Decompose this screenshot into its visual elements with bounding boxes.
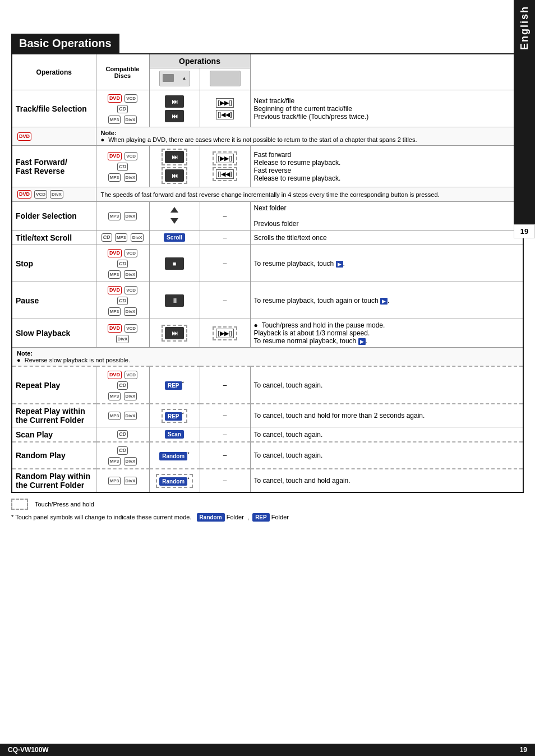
button-cell-scan-rc: –: [200, 427, 250, 442]
button-cell-random-folder-tp: Random*: [149, 469, 200, 492]
op-name-repeat: Repeat Play: [12, 366, 96, 404]
random-folder-badge: Random: [197, 513, 225, 522]
desc-cell-track: Next track/file Beginning of the current…: [250, 90, 523, 127]
button-cell-folder-tp: [149, 202, 200, 231]
note-text-ff: The speeds of fast forward and fast reve…: [96, 187, 523, 202]
folder-badge2: Folder: [271, 514, 289, 520]
disc-cell-scan: CD: [96, 427, 149, 442]
disc-cell-repeat-folder: MP3 DivX: [96, 404, 149, 427]
button-cell-pause-rc: –: [200, 282, 250, 319]
table-row: Repeat Play within the Current Folder MP…: [12, 404, 523, 427]
desc-cell-stop: To resume playback, touch ▶.: [250, 245, 523, 282]
footer-model: CQ-VW100W: [8, 746, 49, 754]
button-cell-track-tp: ⏭ ⏮: [149, 90, 200, 127]
desc-cell-folder: Next folder Previous folder: [250, 202, 523, 231]
button-cell-scroll-rc: –: [200, 231, 250, 245]
table-row: Random Play within the Current Folder MP…: [12, 469, 523, 492]
desc-cell-pause: To resume playback, touch again or touch…: [250, 282, 523, 319]
table-row: Title/text Scroll CD MP3 DivX Scroll – S…: [12, 231, 523, 245]
bottom-note: * Touch panel symbols will change to ind…: [11, 513, 524, 522]
page-number-box: 19: [514, 224, 535, 238]
button-cell-scroll-tp: Scroll: [149, 231, 200, 245]
button-cell-pause-tp: ⏸: [149, 282, 200, 319]
main-table: Operations CompatibleDiscs Operations ▲: [11, 53, 524, 493]
desc-col-header: [250, 54, 523, 90]
sidebar-english: English: [514, 0, 535, 224]
button-cell-ff-rc: [▶▶|] [|◀◀]: [200, 146, 250, 187]
table-row: Scan Play CD Scan – To cancel, touch aga…: [12, 427, 523, 442]
table-row: Repeat Play DVD VCD CD MP3 DivX REP* – T…: [12, 366, 523, 404]
page-wrapper: English 19 Basic Operations Operations C…: [0, 0, 535, 756]
table-row: Stop DVD VCD CD MP3 DivX ■ – To resume p…: [12, 245, 523, 282]
legend-text: Touch/Press and hold: [35, 501, 94, 508]
disc-cell-pause: DVD VCD CD MP3 DivX: [96, 282, 149, 319]
disc-cell-repeat: DVD VCD CD MP3 DivX: [96, 366, 149, 404]
disc-cell-random: CD MP3 DivX: [96, 442, 149, 469]
disc-cell-random-folder: MP3 DivX: [96, 469, 149, 492]
disc-cell-ff: DVD VCD CD MP3 DivX: [96, 146, 149, 187]
note-text-slow: Note: ● Reverse slow playback is not pos…: [12, 348, 523, 367]
button-cell-stop-tp: ■: [149, 245, 200, 282]
operations-header: Operations: [149, 54, 250, 68]
footer-page-num: 19: [520, 746, 527, 754]
table-row: Slow Playback DVD VCD DivX ⏭ [▶▶|] ● Tou…: [12, 319, 523, 348]
button-cell-random-rc: –: [200, 442, 250, 469]
op-name-scroll: Title/text Scroll: [12, 231, 96, 245]
desc-cell-scroll: Scrolls the title/text once: [250, 231, 523, 245]
touch-panel-subheader: ▲: [149, 68, 200, 90]
op-name-random: Random Play: [12, 442, 96, 469]
bottom-note-text: * Touch panel symbols will change to ind…: [11, 514, 191, 520]
disc-cell-stop: DVD VCD CD MP3 DivX: [96, 245, 149, 282]
disc-cell-track: DVD VCD CD MP3 DivX: [96, 90, 149, 127]
note-text-track: Note: ● When playing a DVD, there are ca…: [96, 127, 523, 146]
op-name-track: Track/file Selection: [12, 90, 96, 127]
note-row-slow: Note: ● Reverse slow playback is not pos…: [12, 348, 523, 367]
footer-bar: CQ-VW100W 19: [0, 744, 535, 756]
button-cell-stop-rc: –: [200, 245, 250, 282]
op-name-pause: Pause: [12, 282, 96, 319]
desc-cell-scan: To cancel, touch again.: [250, 427, 523, 442]
op-name-scan: Scan Play: [12, 427, 96, 442]
folder-badge1: Folder: [227, 514, 244, 520]
op-name-ff: Fast Forward/Fast Reverse: [12, 146, 96, 187]
discs-col-header: CompatibleDiscs: [96, 54, 149, 90]
button-cell-ff-tp: ⏭ ⏮: [149, 146, 200, 187]
table-row: Fast Forward/Fast Reverse DVD VCD CD MP3…: [12, 146, 523, 187]
desc-cell-slow: ● Touch/press and hold in the pause mode…: [250, 319, 523, 348]
button-cell-slow-tp: ⏭: [149, 319, 200, 348]
language-label: English: [519, 6, 531, 50]
button-cell-random-tp: Random*: [149, 442, 200, 469]
section-title-bar: Basic Operations: [11, 34, 524, 53]
button-cell-folder-rc: –: [200, 202, 250, 231]
disc-cell-slow: DVD VCD DivX: [96, 319, 149, 348]
disc-cell-scroll: CD MP3 DivX: [96, 231, 149, 245]
button-cell-repeat-rc: –: [200, 366, 250, 404]
table-row: Random Play CD MP3 DivX Random* – To can…: [12, 442, 523, 469]
section-title: Basic Operations: [11, 34, 119, 53]
note-row-track: DVD Note: ● When playing a DVD, there ar…: [12, 127, 523, 146]
button-cell-repeat-folder-tp: REP*: [149, 404, 200, 427]
bottom-legend: Touch/Press and hold: [11, 499, 524, 510]
button-cell-random-folder-rc: –: [200, 469, 250, 492]
op-name-slow: Slow Playback: [12, 319, 96, 348]
desc-cell-repeat: To cancel, touch again.: [250, 366, 523, 404]
button-cell-repeat-tp: REP*: [149, 366, 200, 404]
table-row: Folder Selection MP3 DivX – Next folder …: [12, 202, 523, 231]
button-cell-scan-tp: Scan: [149, 427, 200, 442]
disc-cell-folder: MP3 DivX: [96, 202, 149, 231]
button-cell-track-rc: [▶▶|] [|◀◀]: [200, 90, 250, 127]
op-name-repeat-folder: Repeat Play within the Current Folder: [12, 404, 96, 427]
desc-cell-ff: Fast forward Release to resume playback.…: [250, 146, 523, 187]
desc-cell-random-folder: To cancel, touch and hold again.: [250, 469, 523, 492]
remote-subheader: [200, 68, 250, 90]
page-number: 19: [520, 227, 528, 236]
note-disc-track: DVD: [12, 127, 96, 146]
button-cell-repeat-folder-rc: –: [200, 404, 250, 427]
op-name-stop: Stop: [12, 245, 96, 282]
button-cell-slow-rc: [▶▶|]: [200, 319, 250, 348]
desc-cell-repeat-folder: To cancel, touch and hold for more than …: [250, 404, 523, 427]
note-row-ff: DVD VCD DivX The speeds of fast forward …: [12, 187, 523, 202]
note-disc-ff: DVD VCD DivX: [12, 187, 96, 202]
desc-cell-random: To cancel, touch again.: [250, 442, 523, 469]
table-row: Track/file Selection DVD VCD CD MP3 DivX…: [12, 90, 523, 127]
